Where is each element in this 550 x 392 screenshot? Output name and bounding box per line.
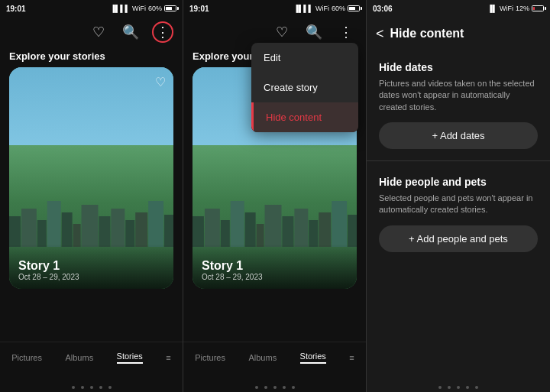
story-name-2: Story 1: [202, 259, 348, 273]
svg-rect-10: [135, 212, 147, 247]
svg-rect-1: [21, 209, 37, 247]
svg-rect-14: [205, 209, 220, 247]
wifi-icon-2: WiFi: [315, 5, 329, 12]
home-indicator-2: [252, 386, 298, 389]
dropdown-hide-content[interactable]: Hide content: [251, 102, 358, 132]
panel-hide-content: 03:06 ▐▌ WiFi 12% < Hide content Hide da…: [367, 0, 550, 392]
bottom-nav-2: Pictures Albums Stories ≡: [183, 342, 366, 372]
battery-icon-1: [164, 5, 176, 11]
battery-text-1: 60%: [148, 5, 162, 12]
signal-icon-2: ▐▌▌▌: [293, 5, 313, 12]
dropdown-create-story[interactable]: Create story: [251, 73, 358, 102]
svg-rect-3: [47, 201, 61, 247]
svg-rect-19: [265, 205, 282, 247]
home-bar-3: [90, 386, 93, 389]
hide-dates-section: Hide dates Pictures and videos taken on …: [367, 50, 550, 160]
story-date-2: Oct 28 – 29, 2023: [202, 273, 348, 281]
svg-rect-23: [319, 212, 331, 247]
story-name-1: Story 1: [18, 259, 164, 273]
svg-rect-17: [245, 212, 256, 247]
svg-rect-6: [82, 205, 99, 247]
add-people-button[interactable]: + Add people and pets: [379, 225, 538, 252]
nav-menu-1[interactable]: ≡: [166, 353, 170, 362]
dropdown-edit[interactable]: Edit: [251, 43, 358, 73]
battery-icon-2: [348, 5, 360, 11]
nav-stories-2[interactable]: Stories: [300, 352, 326, 364]
battery-icon-3: [532, 5, 544, 11]
story-card-1[interactable]: ♡ Story 1 Oct 28 – 29, 2023: [9, 67, 173, 289]
story-date-1: Oct 28 – 29, 2023: [18, 273, 164, 281]
time-3: 03:06: [373, 5, 393, 13]
nav-stories-1[interactable]: Stories: [117, 352, 143, 364]
svg-rect-22: [309, 220, 318, 247]
section-divider: [367, 160, 550, 161]
svg-rect-2: [37, 220, 47, 247]
home-indicator-3: [435, 386, 481, 389]
hide-content-header: < Hide content: [367, 17, 550, 50]
svg-rect-16: [231, 201, 244, 247]
hide-people-desc: Selected people and pets won't appear in…: [379, 193, 538, 216]
hide-content-title: Hide content: [390, 27, 464, 40]
bottom-nav-1: Pictures Albums Stories ≡: [0, 342, 183, 372]
more-button-2[interactable]: ⋮: [335, 21, 357, 43]
panel-stories-1: 19:01 ▐▌▌▌ WiFi 60% ♡ 🔍 ⋮ Explore your s…: [0, 0, 183, 392]
panel-stories-2: 19:01 ▐▌▌▌ WiFi 60% ♡ 🔍 ⋮ Explore your s…: [183, 0, 367, 392]
time-1: 19:01: [6, 5, 26, 13]
svg-rect-4: [62, 212, 73, 247]
svg-rect-8: [111, 209, 125, 247]
story-label-1: Story 1 Oct 28 – 29, 2023: [9, 244, 173, 289]
search-button-2[interactable]: 🔍: [303, 21, 325, 43]
status-bar-1: 19:01 ▐▌▌▌ WiFi 60%: [0, 0, 183, 17]
story-heart-1[interactable]: ♡: [155, 75, 166, 89]
home-bar-4: [99, 386, 102, 389]
svg-rect-20: [282, 216, 293, 247]
page-title-1: Explore your stories: [9, 50, 105, 62]
home-bar-5: [108, 386, 112, 389]
home-bar-1: [72, 386, 75, 389]
svg-rect-11: [148, 201, 163, 247]
more-button-1[interactable]: ⋮: [152, 21, 173, 43]
home-indicator-1: [69, 386, 115, 389]
nav-albums-2[interactable]: Albums: [248, 353, 277, 362]
header-icons-1: ♡ 🔍 ⋮: [0, 17, 183, 47]
back-button[interactable]: <: [376, 26, 384, 42]
hide-dates-title: Hide dates: [379, 61, 538, 73]
status-bar-2: 19:01 ▐▌▌▌ WiFi 60%: [183, 0, 366, 17]
wifi-icon-1: WiFi: [132, 5, 146, 12]
status-icons-3: ▐▌ WiFi 12%: [487, 5, 544, 12]
hide-people-section: Hide people and pets Selected people and…: [367, 165, 550, 263]
battery-text-2: 60%: [332, 5, 345, 12]
status-icons-1: ▐▌▌▌ WiFi 60%: [110, 5, 176, 12]
status-bar-3: 03:06 ▐▌ WiFi 12%: [367, 0, 550, 17]
status-icons-2: ▐▌▌▌ WiFi 60%: [293, 5, 360, 12]
signal-icon-3: ▐▌: [487, 5, 497, 12]
nav-pictures-1[interactable]: Pictures: [11, 353, 42, 362]
search-button-1[interactable]: 🔍: [120, 21, 141, 43]
svg-rect-24: [332, 201, 347, 247]
time-2: 19:01: [189, 5, 209, 13]
svg-rect-13: [192, 216, 204, 247]
svg-rect-21: [294, 209, 308, 247]
svg-rect-12: [164, 215, 173, 247]
hide-people-title: Hide people and pets: [379, 176, 538, 188]
svg-rect-9: [125, 220, 134, 247]
heart-button-1[interactable]: ♡: [88, 21, 109, 43]
story-label-2: Story 1 Oct 28 – 29, 2023: [192, 244, 357, 289]
battery-text-3: 12%: [516, 5, 529, 12]
add-dates-button[interactable]: + Add dates: [379, 122, 538, 149]
dropdown-menu: Edit Create story Hide content: [251, 43, 358, 132]
nav-albums-1[interactable]: Albums: [65, 353, 93, 362]
hide-dates-desc: Pictures and videos taken on the selecte…: [379, 78, 538, 113]
wifi-icon-3: WiFi: [500, 5, 513, 12]
svg-rect-0: [9, 216, 21, 247]
svg-rect-15: [221, 220, 230, 247]
svg-rect-7: [99, 216, 110, 247]
heart-button-2[interactable]: ♡: [271, 21, 293, 43]
svg-rect-25: [348, 215, 357, 247]
nav-menu-2[interactable]: ≡: [349, 353, 354, 362]
signal-icon-1: ▐▌▌▌: [110, 5, 130, 12]
home-bar-2: [81, 386, 84, 389]
nav-pictures-2[interactable]: Pictures: [195, 353, 225, 362]
